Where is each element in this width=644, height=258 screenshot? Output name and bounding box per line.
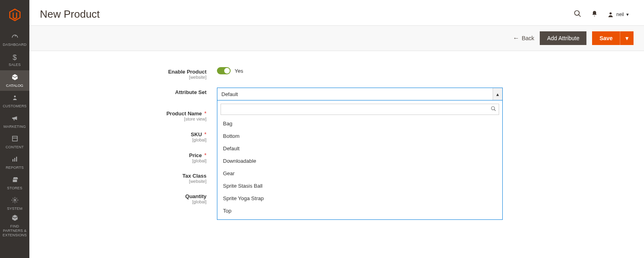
page-title: New Product [40,8,100,20]
attribute-set-option[interactable]: Sprite Stasis Ball [221,180,499,192]
magento-logo[interactable] [0,0,29,29]
user-menu[interactable]: neil ▾ [607,11,629,18]
search-icon [491,106,496,113]
user-name: neil [616,12,624,17]
chevron-down-icon: ▾ [626,12,629,17]
label-tax-class: Tax Class [182,173,206,179]
store-icon [11,176,19,184]
chevron-down-icon: ▼ [624,35,630,41]
enable-product-toggle[interactable] [217,67,231,74]
required-mark: * [204,110,206,117]
nav-label: REPORTS [6,166,24,170]
nav-label: CUSTOMERS [3,104,27,108]
nav-content[interactable]: CONTENT [0,132,29,152]
app-root: DASHBOARD $ SALES CATALOG CUSTOMERS MARK… [0,0,644,258]
attribute-set-option[interactable]: Bottom [221,130,499,142]
magento-logo-icon [8,8,22,22]
save-button-group: Save ▼ [592,31,634,45]
nav-label: SYSTEM [7,207,22,211]
nav-label: CONTENT [6,145,24,149]
label-quantity: Quantity [185,193,206,199]
megaphone-icon [11,115,19,123]
nav-label: DASHBOARD [3,43,27,47]
actions-bar: ← Back Add Attribute Save ▼ [29,25,644,51]
attribute-set-option[interactable]: Default [221,142,499,155]
save-button[interactable]: Save [592,31,620,45]
attribute-set-option[interactable]: Gear [221,167,499,180]
layout-icon [11,135,19,143]
attribute-set-dropdown: Bag Bottom Default Downloadable Gear Spr… [217,100,503,220]
attribute-set-select[interactable]: Default ▴ [217,88,503,100]
chevron-up-icon: ▴ [493,88,502,100]
arrow-left-icon: ← [513,35,519,42]
svg-point-6 [14,199,16,201]
nav-label: MARKETING [4,125,26,129]
product-form: Enable Product [website] Yes Attribute S… [29,51,644,221]
svg-point-7 [575,11,580,16]
required-mark: * [204,131,206,137]
save-dropdown-toggle[interactable]: ▼ [620,31,634,45]
svg-rect-3 [12,159,13,162]
label-attribute-set: Attribute Set [175,89,206,95]
attribute-set-option[interactable]: Sprite Yoga Strap [221,192,499,205]
svg-rect-4 [14,158,15,162]
nav-marketing[interactable]: MARKETING [0,111,29,132]
back-button[interactable]: ← Back [513,35,534,42]
scope-enable-product: [website] [40,75,206,80]
nav-catalog[interactable]: CATALOG [0,70,29,91]
nav-label: CATALOG [6,84,23,88]
attribute-set-option[interactable]: Bag [221,117,499,130]
attribute-set-option[interactable]: Downloadable [221,155,499,167]
label-price: Price [189,152,202,158]
required-mark: * [204,152,206,158]
svg-point-9 [610,12,612,14]
scope-quantity: [global] [40,199,206,204]
add-attribute-button[interactable]: Add Attribute [540,31,586,45]
nav-reports[interactable]: REPORTS [0,152,29,173]
attribute-set-option[interactable]: Top [221,205,499,217]
enable-product-value: Yes [235,68,243,74]
label-product-name: Product Name [166,111,202,117]
partners-icon [11,214,19,223]
user-icon [607,11,614,18]
nav-label: SALES [8,63,21,67]
nav-label: FIND PARTNERS & EXTENSIONS [0,224,29,237]
scope-sku: [global] [40,137,206,142]
svg-point-10 [491,106,495,110]
label-sku: SKU [191,131,202,137]
nav-stores[interactable]: STORES [0,173,29,193]
back-label: Back [522,35,534,41]
scope-price: [global] [40,158,206,163]
dollar-icon: $ [12,54,17,61]
main-area: New Product neil ▾ ← Back Add Attribute … [29,0,644,258]
svg-line-11 [494,109,496,111]
gear-icon [11,197,19,205]
bar-chart-icon [11,156,19,164]
nav-customers[interactable]: CUSTOMERS [0,91,29,111]
attribute-set-value: Default [221,91,493,97]
svg-rect-5 [16,157,17,162]
scope-product-name: [store view] [40,117,206,121]
gauge-icon [11,33,19,41]
row-attribute-set: Attribute Set Default ▴ Bag Bottom [40,88,634,100]
nav-sales[interactable]: $ SALES [0,50,29,70]
scope-tax-class: [website] [40,179,206,184]
label-enable-product: Enable Product [168,69,206,75]
cube-icon [11,74,19,82]
notifications-icon[interactable] [591,10,598,18]
admin-sidebar: DASHBOARD $ SALES CATALOG CUSTOMERS MARK… [0,0,29,258]
nav-label: STORES [7,186,22,190]
svg-line-8 [579,15,581,17]
global-search-icon[interactable] [574,10,582,19]
svg-point-0 [14,96,16,98]
nav-dashboard[interactable]: DASHBOARD [0,29,29,50]
header-icons: neil ▾ [574,10,629,19]
row-enable-product: Enable Product [website] Yes [40,67,634,80]
nav-system[interactable]: SYSTEM [0,193,29,214]
person-icon [11,94,19,102]
nav-find-partners[interactable]: FIND PARTNERS & EXTENSIONS [0,214,29,238]
attribute-set-search-input[interactable] [221,104,499,115]
page-header: New Product neil ▾ [29,0,644,25]
svg-rect-1 [12,136,17,141]
